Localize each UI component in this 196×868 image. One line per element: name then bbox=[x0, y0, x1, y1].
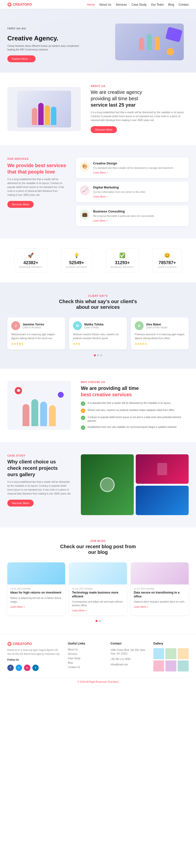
service-card-content-design: Creative Design It is standard text that… bbox=[93, 161, 174, 174]
gallery-item-2[interactable] bbox=[136, 454, 189, 484]
stat-label-4: HAPPY CLIENTS bbox=[158, 266, 177, 268]
gallery-thumbs bbox=[153, 648, 189, 672]
footer-link-about[interactable]: About Us bbox=[68, 648, 103, 651]
contact-title: Contact bbox=[110, 642, 146, 645]
nav-item-home[interactable]: Home bbox=[87, 3, 95, 6]
about-cta-button[interactable]: Discover More bbox=[91, 126, 117, 133]
check-icon-3: ✓ bbox=[81, 415, 85, 420]
stat-icon-3: ✅ bbox=[111, 252, 134, 258]
stat-label-1: RUNNING PROJECT bbox=[19, 266, 42, 268]
blog-title-1: Ideas for high returns on investment bbox=[10, 591, 62, 595]
blog-card-3: 10 Jul, 2021 Monday Data secure on trans… bbox=[131, 562, 189, 615]
blog-learn-more-3[interactable]: Learn More > bbox=[134, 606, 149, 608]
hero-greeting: Hello! we are bbox=[7, 26, 86, 31]
stars-2: ★★★ bbox=[73, 342, 123, 345]
services-right: 🎨 Creative Design It is standard text th… bbox=[76, 158, 189, 226]
linkedin-icon[interactable]: li bbox=[32, 664, 39, 671]
blog-title-2: Technology made business more efficient bbox=[72, 591, 124, 598]
services-left: Our Services We provide best services th… bbox=[7, 158, 66, 226]
nav-links: Home About Us Services Case Study Our Te… bbox=[87, 3, 189, 6]
nav-item-about[interactable]: About Us bbox=[99, 3, 111, 6]
why-person-3 bbox=[40, 402, 47, 426]
about-image-inner bbox=[17, 91, 71, 127]
blog-date-2: 10 Jul, 2021 Monday bbox=[72, 587, 124, 590]
nav-item-services[interactable]: Services bbox=[116, 3, 127, 6]
blog-learn-more-1[interactable]: Learn More > bbox=[10, 606, 25, 608]
service-learn-more-design[interactable]: Learn More > bbox=[93, 171, 108, 174]
dot-1[interactable] bbox=[94, 354, 96, 356]
nav-item-blog[interactable]: Blog bbox=[168, 3, 174, 6]
facebook-icon[interactable]: f bbox=[7, 664, 14, 671]
hero-text: Hello! we are Creative Agency. Cheap fan… bbox=[7, 24, 86, 62]
why-label: Why Choose Us bbox=[81, 381, 189, 383]
check-icon-1: ✓ bbox=[81, 401, 85, 406]
footer-link-contact[interactable]: Contact Us bbox=[68, 666, 103, 669]
hero-cta-button[interactable]: Explore More → bbox=[7, 55, 35, 62]
service-card-consulting: 💼 Business Consulting We propose favorab… bbox=[76, 206, 189, 226]
testimonial-header-2: M Malika Tufuka Chief of Artist bbox=[73, 321, 123, 330]
hero-title-text: Creative Agency. bbox=[7, 35, 86, 42]
dot-2[interactable] bbox=[97, 354, 99, 356]
service-learn-more-consulting[interactable]: Learn More > bbox=[93, 219, 108, 222]
stat-number-2: 52549+ bbox=[66, 260, 87, 266]
why-list-item-4: ✓ Established enim erts ulou sejlable vi… bbox=[81, 425, 189, 430]
why-person-4 bbox=[49, 405, 56, 426]
blog-learn-more-2[interactable]: Learn More > bbox=[72, 609, 87, 612]
blog-dot-1[interactable] bbox=[96, 620, 98, 622]
service-learn-more-marketing[interactable]: Learn More > bbox=[93, 195, 108, 198]
instagram-icon[interactable]: in bbox=[24, 664, 30, 671]
testimonial-card-1: J Jasmine Torres Chief of Architect Malu… bbox=[7, 317, 65, 349]
gallery-cta-button[interactable]: Discover More bbox=[7, 500, 34, 506]
dot-3[interactable] bbox=[100, 354, 102, 356]
testimonial-role-2: Chief of Artist bbox=[84, 326, 103, 329]
logo-icon: ⭕ bbox=[7, 2, 11, 6]
blog-header: Our Blog Check our recent blog post from… bbox=[7, 539, 189, 555]
footer-brand: ⭕ CREATOPO Deserunt in a maecurg aget ma… bbox=[7, 642, 61, 672]
testimonial-role-3: Chief of Film Studio bbox=[146, 326, 167, 329]
service-desc-marketing: Our key information from one server to t… bbox=[93, 190, 146, 194]
useful-links-title: Useful Links bbox=[68, 642, 103, 645]
service-title-consulting: Business Consulting bbox=[93, 210, 155, 213]
nav-item-case[interactable]: Case Study bbox=[131, 3, 146, 6]
gallery-item-3[interactable] bbox=[136, 486, 189, 515]
service-card-marketing: 📈 Digital Marketing Our key information … bbox=[76, 182, 189, 202]
testimonial-text-3: Praevaus aluomum in a maecurg aget magna… bbox=[135, 333, 185, 340]
credit-text: Find More bbox=[107, 681, 119, 683]
hero-figure bbox=[115, 24, 184, 60]
blog-dot-2[interactable] bbox=[99, 620, 101, 622]
blog-card-2: 10 Jul, 2021 Monday Technology made busi… bbox=[69, 562, 127, 615]
gallery-item-1[interactable] bbox=[81, 454, 134, 515]
footer-link-blog[interactable]: Blog bbox=[68, 661, 103, 664]
thumb-6 bbox=[177, 660, 189, 672]
footer-social: f t in li bbox=[7, 664, 61, 671]
digital-marketing-icon: 📈 bbox=[80, 186, 90, 195]
footer-link-services[interactable]: Services bbox=[68, 653, 103, 655]
testimonial-name-2: Malika Tufuka bbox=[84, 323, 103, 326]
twitter-icon[interactable]: t bbox=[16, 664, 22, 671]
hero-title: Creative Agency. bbox=[7, 35, 86, 42]
testimonial-name-3: Alex Baker bbox=[146, 323, 167, 326]
blog-label: Our Blog bbox=[7, 539, 189, 542]
thumb-1 bbox=[153, 648, 164, 659]
contact-phone: +90 382 111 0099 bbox=[110, 657, 146, 661]
blog-content-1: 10 Jul, 2021 Monday Ideas for high retur… bbox=[7, 585, 65, 612]
contact-address: 1085 Chess Blvd. Ste 200, New York, NY 2… bbox=[110, 648, 146, 655]
testimonial-card-3: A Alex Baker Chief of Film Studio Praeva… bbox=[131, 317, 189, 349]
services-section: Our Services We provide best services th… bbox=[0, 145, 196, 239]
blog-image-1 bbox=[7, 562, 65, 585]
blog-card-1: 10 Jul, 2021 Monday Ideas for high retur… bbox=[7, 562, 65, 615]
services-cta-button[interactable]: Discover More bbox=[7, 201, 34, 208]
blog-content-3: 10 Jul, 2021 Monday Data secure on trans… bbox=[131, 585, 189, 612]
nav-item-contact[interactable]: Contact bbox=[178, 3, 189, 6]
footer-link-case[interactable]: Case Study bbox=[68, 657, 103, 660]
gallery-section: Case Study Why client choice us check re… bbox=[0, 442, 196, 527]
contact-email: infoe@mail.com bbox=[110, 663, 146, 666]
navbar: ⭕ CREATOPO Home About Us Services Case S… bbox=[0, 0, 196, 9]
nav-item-team[interactable]: Our Team bbox=[151, 3, 164, 6]
blog-heading: Check our recent blog post from our blog bbox=[7, 544, 189, 555]
testimonials-grid: J Jasmine Torres Chief of Architect Malu… bbox=[7, 317, 189, 349]
services-description: It is a long established fact that a rea… bbox=[7, 178, 66, 197]
service-desc-consulting: We propose favorable & particular plans … bbox=[93, 214, 155, 218]
footer-bottom: © 2019 All Right Reserved. Find More bbox=[7, 677, 189, 686]
testimonials-label: Client Say's bbox=[7, 294, 189, 297]
